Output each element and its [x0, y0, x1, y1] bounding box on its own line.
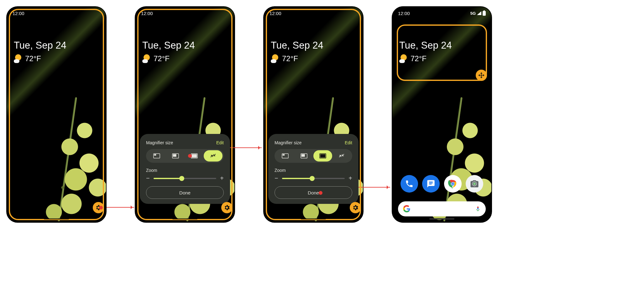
size-option-large[interactable]	[185, 150, 204, 162]
magnifier-settings-button[interactable]	[221, 202, 233, 213]
temperature-label: 72°F	[154, 54, 170, 63]
status-bar: 12:00	[135, 7, 234, 19]
chrome-app-icon[interactable]	[444, 175, 462, 193]
phone-screen-2: 12:00 Tue, Sep 24 72°F Magnifier size Ed…	[135, 6, 235, 223]
zoom-label: Zoom	[146, 168, 224, 173]
status-bar: 12:00	[7, 7, 106, 19]
done-button[interactable]: Done	[146, 186, 224, 199]
zoom-slider[interactable]	[282, 178, 345, 179]
magnifier-outline-partial[interactable]	[397, 24, 487, 81]
gear-icon	[223, 204, 230, 211]
size-option-small[interactable]	[147, 150, 166, 162]
size-large-icon	[191, 153, 198, 159]
messages-app-icon[interactable]	[422, 175, 440, 193]
camera-app-icon[interactable]	[466, 175, 483, 193]
magnifier-settings-panel: Magnifier size Edit Zoom − + Done	[140, 134, 230, 204]
date-widget[interactable]: Tue, Sep 24	[142, 40, 228, 51]
svg-rect-3	[173, 154, 176, 157]
gear-icon	[352, 204, 359, 211]
phone-screen-3: 12:00 Tue, Sep 24 72°F Magnifier size Ed…	[263, 6, 364, 223]
google-search-bar[interactable]	[398, 201, 486, 216]
zoom-label: Zoom	[275, 168, 352, 173]
edit-button[interactable]: Edit	[216, 140, 224, 145]
size-small-icon	[153, 153, 160, 159]
size-option-large[interactable]	[313, 150, 332, 162]
magnifier-size-segmented	[146, 149, 224, 163]
callout-dot	[319, 191, 322, 195]
phone-screen-1: 12:00 Tue, Sep 24 72°F	[6, 6, 107, 223]
status-time: 12:00	[13, 11, 24, 16]
status-time: 12:00	[398, 11, 410, 16]
magnifier-settings-panel: Magnifier size Edit Zoom − + Done	[268, 134, 359, 204]
weather-icon	[142, 54, 151, 63]
svg-rect-5	[192, 154, 197, 158]
google-icon	[403, 205, 411, 213]
phone-app-icon[interactable]	[401, 175, 418, 193]
size-option-fullscreen[interactable]	[332, 150, 351, 162]
zoom-decrease-button[interactable]: −	[275, 175, 278, 182]
battery-icon	[483, 11, 486, 16]
size-medium-icon	[301, 153, 307, 159]
nav-pill[interactable]	[172, 218, 197, 220]
app-dock	[398, 170, 486, 198]
weather-icon	[271, 54, 280, 63]
zoom-slider-row: − +	[275, 175, 352, 182]
status-bar: 12:00 5G	[392, 7, 491, 19]
temperature-label: 72°F	[25, 54, 41, 63]
done-button[interactable]: Done	[275, 186, 352, 199]
zoom-slider[interactable]	[154, 178, 217, 179]
svg-rect-1	[154, 154, 156, 156]
size-small-icon	[282, 153, 289, 159]
move-icon	[478, 72, 484, 78]
status-time: 12:00	[270, 11, 281, 16]
svg-rect-9	[301, 154, 305, 157]
home-widgets: Tue, Sep 24 72°F	[14, 24, 99, 63]
expand-icon	[338, 153, 345, 159]
edit-button[interactable]: Edit	[345, 140, 352, 145]
nav-pill[interactable]	[301, 218, 326, 220]
weather-widget[interactable]: 72°F	[271, 54, 356, 63]
temperature-label: 72°F	[282, 54, 298, 63]
zoom-slider-row: − +	[146, 175, 224, 182]
size-option-fullscreen[interactable]	[204, 150, 223, 162]
magnifier-size-segmented	[275, 149, 352, 163]
network-label: 5G	[470, 11, 476, 16]
svg-rect-7	[283, 154, 285, 156]
size-option-medium[interactable]	[166, 150, 185, 162]
nav-pill[interactable]	[429, 218, 454, 220]
zoom-increase-button[interactable]: +	[220, 175, 224, 182]
date-widget[interactable]: Tue, Sep 24	[271, 40, 356, 51]
size-option-medium[interactable]	[295, 150, 313, 162]
home-widgets: Tue, Sep 24 72°F	[271, 24, 356, 63]
svg-point-16	[473, 183, 476, 185]
weather-widget[interactable]: 72°F	[14, 54, 99, 63]
date-widget[interactable]: Tue, Sep 24	[14, 40, 99, 51]
zoom-increase-button[interactable]: +	[348, 175, 352, 182]
callout-dot	[188, 154, 192, 158]
callout-dot	[99, 206, 103, 210]
size-option-small[interactable]	[276, 150, 295, 162]
done-label: Done	[308, 190, 319, 195]
status-time: 12:00	[141, 11, 153, 16]
done-label: Done	[179, 190, 191, 195]
status-right: 5G	[470, 11, 486, 16]
mic-icon[interactable]	[475, 205, 481, 213]
svg-rect-11	[320, 154, 326, 158]
weather-widget[interactable]: 72°F	[142, 54, 228, 63]
flow-arrow-1	[107, 207, 134, 208]
expand-icon	[210, 153, 217, 159]
nav-pill[interactable]	[44, 218, 69, 220]
signal-icon	[477, 11, 481, 15]
weather-icon	[14, 54, 23, 63]
size-medium-icon	[172, 153, 179, 159]
size-large-icon	[319, 153, 326, 159]
magnifier-title: Magnifier size	[146, 140, 173, 145]
status-bar: 12:00	[264, 7, 363, 19]
phone-screen-4: 12:00 5G Tue, Sep 24 72°F	[392, 6, 492, 223]
svg-point-15	[452, 183, 454, 185]
magnifier-settings-button[interactable]	[350, 202, 361, 213]
magnifier-move-handle[interactable]	[476, 70, 487, 81]
zoom-decrease-button[interactable]: −	[146, 175, 150, 182]
home-widgets: Tue, Sep 24 72°F	[142, 24, 228, 63]
magnifier-title: Magnifier size	[275, 140, 301, 145]
